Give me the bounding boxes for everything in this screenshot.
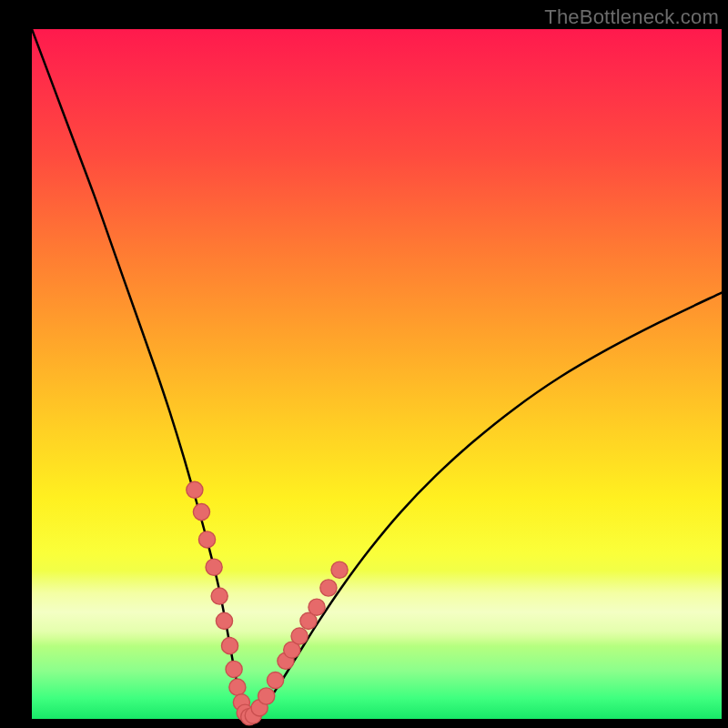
sample-dot	[206, 559, 222, 575]
sample-dot	[320, 580, 337, 596]
plot-svg	[32, 29, 722, 719]
sample-dot	[308, 599, 325, 615]
sample-dot	[267, 672, 283, 688]
bottleneck-curve	[32, 29, 722, 718]
sample-dot	[211, 588, 228, 604]
sample-dot	[187, 481, 203, 498]
plot-area	[32, 29, 722, 719]
chart-frame: TheBottleneck.com	[0, 0, 728, 728]
sample-dot	[216, 612, 232, 629]
sample-dot	[221, 638, 238, 654]
watermark-text: TheBottleneck.com	[544, 5, 719, 29]
sample-dot	[193, 504, 209, 521]
sample-dot	[226, 661, 242, 677]
sample-dot	[331, 561, 348, 578]
sample-dot	[258, 688, 275, 704]
sample-dot	[291, 628, 308, 644]
sample-dot	[198, 531, 215, 548]
sample-dot	[229, 679, 246, 695]
sample-dots	[187, 481, 348, 725]
